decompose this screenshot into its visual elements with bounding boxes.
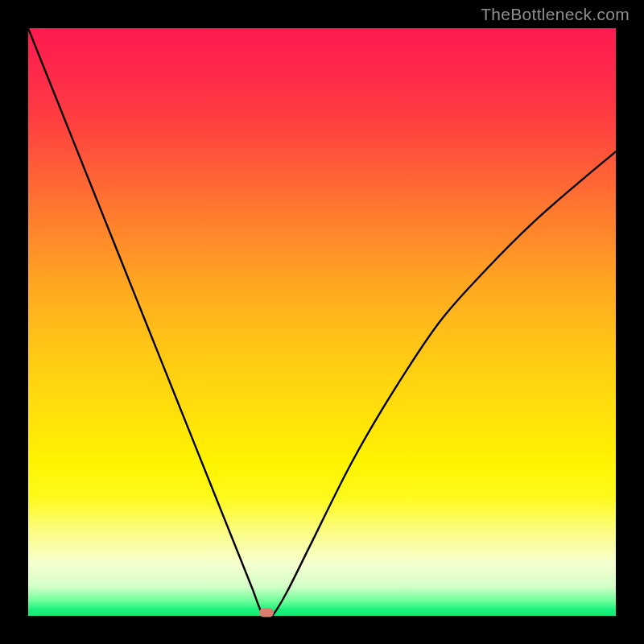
bottleneck-curve [28, 28, 616, 616]
curve-svg [28, 28, 616, 616]
watermark-text: TheBottleneck.com [481, 5, 630, 24]
chart-frame: TheBottleneck.com [0, 0, 644, 644]
plot-area [28, 28, 616, 616]
optimum-marker [259, 609, 274, 617]
